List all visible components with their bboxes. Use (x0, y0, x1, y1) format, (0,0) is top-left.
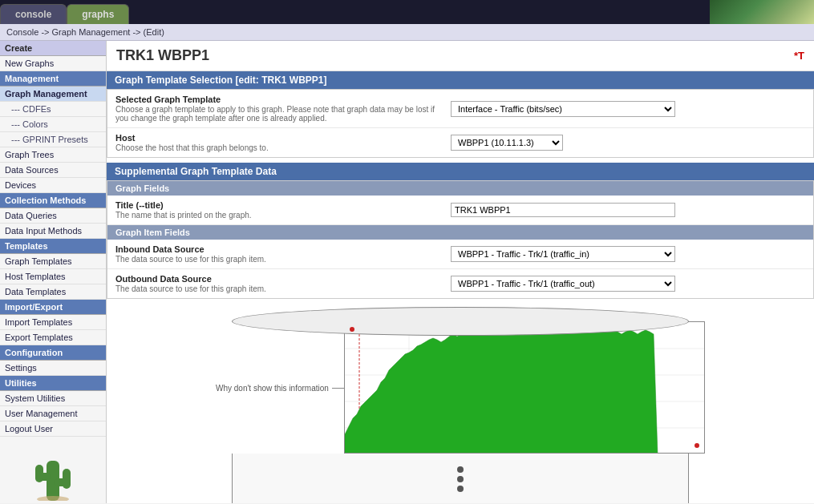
sidebar-create-header: Create (0, 41, 106, 56)
graph-legend-dot2 (457, 476, 464, 482)
supplemental-form: Graph Fields Title (--title) The name th… (107, 180, 814, 299)
main-content: TRK1 WBPP1 *T Graph Template Selection [… (107, 41, 814, 503)
graph-grid-svg (345, 322, 704, 453)
svg-point-5 (37, 496, 69, 501)
graph-dot-tl (350, 327, 354, 332)
cactus-icon (29, 445, 77, 501)
page-action-icon[interactable]: *T (794, 50, 804, 62)
inbound-input-cell: WBPP1 - Traffic - Trk/1 (traffic_in) (444, 243, 813, 265)
graph-legend-area (232, 454, 689, 503)
supplemental-section-header: Supplemental Graph Template Data (107, 163, 814, 180)
graph-template-select[interactable]: Interface - Traffic (bits/sec) (451, 101, 675, 117)
sidebar-item-user-management[interactable]: User Management (0, 406, 106, 421)
svg-rect-2 (35, 465, 43, 482)
title-label-cell: Title (--title) The name that is printed… (107, 196, 444, 224)
selected-graph-template-desc: Choose a graph template to apply to this… (115, 105, 436, 123)
legend-dot-3 (457, 486, 464, 492)
legend-dot-1 (457, 466, 464, 473)
graph-item-fields-header: Graph Item Fields (107, 225, 813, 240)
outbound-select[interactable]: WBPP1 - Traffic - Trk/1 (traffic_out) (451, 276, 675, 292)
host-desc: Choose the host that this graph belongs … (115, 143, 436, 152)
sidebar-item-import-templates[interactable]: Import Templates (0, 315, 106, 330)
sidebar-item-export-templates[interactable]: Export Templates (0, 330, 106, 345)
sidebar-item-data-templates[interactable]: Data Templates (0, 284, 106, 300)
graphs-tab[interactable]: graphs (67, 4, 129, 24)
title-desc: The name that is printed on the graph. (115, 211, 436, 220)
sidebar-import-header: Import/Export (0, 300, 106, 315)
sidebar-item-graph-templates[interactable]: Graph Templates (0, 254, 106, 269)
svg-rect-4 (63, 469, 71, 489)
graph-template-form: Selected Graph Template Choose a graph t… (107, 89, 814, 158)
inbound-row: Inbound Data Source The data source to u… (107, 240, 813, 269)
outbound-row: Outbound Data Source The data source to … (107, 269, 813, 298)
sidebar-utilities-header: Utilities (0, 376, 106, 391)
breadcrumb: Console -> Graph Management -> (Edit) (0, 24, 814, 41)
main-layout: Create New Graphs Management Graph Manag… (0, 41, 814, 503)
console-tab[interactable]: console (0, 4, 67, 24)
selected-graph-template-label: Selected Graph Template (115, 95, 436, 104)
title-input[interactable] (451, 203, 675, 217)
outbound-label-cell: Outbound Data Source The data source to … (107, 269, 444, 298)
host-label-cell: Host Choose the host that this graph bel… (107, 128, 444, 157)
graph-box (344, 321, 705, 454)
graph-dot-br (695, 443, 699, 448)
sidebar-config-header: Configuration (0, 345, 106, 361)
sidebar-item-gprint[interactable]: --- GPRINT Presets (0, 132, 106, 147)
title-input-cell (444, 200, 813, 220)
sidebar-item-graph-management[interactable]: Graph Management (0, 87, 106, 102)
svg-marker-15 (345, 329, 658, 453)
page-title-bar: TRK1 WBPP1 *T (107, 41, 814, 71)
cactus-logo-area (0, 437, 106, 503)
legend-dot-2 (457, 476, 464, 482)
sidebar-item-data-queries[interactable]: Data Queries (0, 208, 106, 224)
logo-decoration (710, 0, 814, 24)
sidebar-item-cdfes[interactable]: --- CDFEs (0, 102, 106, 117)
sidebar-item-devices[interactable]: Devices (0, 178, 106, 193)
host-input-cell: WBPP1 (10.11.1.3) (444, 131, 813, 154)
outbound-input-cell: WBPP1 - Traffic - Trk/1 (traffic_out) (444, 272, 813, 295)
inbound-desc: The data source to use for this graph it… (115, 255, 436, 264)
host-label: Host (115, 133, 436, 143)
title-label: Title (--title) (115, 200, 436, 210)
selected-graph-template-row: Selected Graph Template Choose a graph t… (107, 90, 813, 128)
inbound-label-cell: Inbound Data Source The data source to u… (107, 240, 444, 268)
why-text-line (332, 388, 344, 389)
sidebar-item-data-input[interactable]: Data Input Methods (0, 224, 106, 239)
graph-main-area: Why don't show this information (216, 336, 705, 454)
why-text-area: Why don't show this information (216, 336, 344, 393)
graph-container: Why don't show this information (107, 299, 814, 503)
why-text: Why don't show this information (216, 384, 329, 393)
inbound-label: Inbound Data Source (115, 244, 436, 254)
top-nav: console graphs (0, 0, 814, 24)
graph-template-section-header: Graph Template Selection [edit: TRK1 WBP… (107, 71, 814, 89)
graph-legend-dot3 (457, 486, 464, 492)
graph-legend-dot1 (457, 466, 464, 473)
sidebar-item-colors[interactable]: --- Colors (0, 117, 106, 132)
graph-fields-header: Graph Fields (107, 181, 813, 196)
graph-cylinder-top (232, 307, 689, 336)
title-row: Title (--title) The name that is printed… (107, 196, 813, 225)
sidebar-management-header: Management (0, 71, 106, 87)
sidebar-item-logout[interactable]: Logout User (0, 421, 106, 437)
outbound-label: Outbound Data Source (115, 274, 436, 284)
sidebar-item-graph-trees[interactable]: Graph Trees (0, 147, 106, 163)
sidebar: Create New Graphs Management Graph Manag… (0, 41, 107, 503)
page-title: TRK1 WBPP1 (116, 47, 209, 64)
sidebar-collection-header: Collection Methods (0, 193, 106, 208)
graph-wrapper: Why don't show this information (216, 307, 705, 503)
host-select[interactable]: WBPP1 (10.11.1.3) (451, 135, 563, 151)
inbound-select[interactable]: WBPP1 - Traffic - Trk/1 (traffic_in) (451, 246, 675, 262)
sidebar-item-settings[interactable]: Settings (0, 361, 106, 376)
host-row: Host Choose the host that this graph bel… (107, 128, 813, 157)
sidebar-item-new-graphs[interactable]: New Graphs (0, 56, 106, 71)
outbound-desc: The data source to use for this graph it… (115, 284, 436, 293)
selected-graph-template-label-cell: Selected Graph Template Choose a graph t… (107, 90, 444, 127)
selected-graph-template-input-cell: Interface - Traffic (bits/sec) (444, 98, 813, 120)
sidebar-item-host-templates[interactable]: Host Templates (0, 269, 106, 284)
sidebar-item-data-sources[interactable]: Data Sources (0, 163, 106, 178)
sidebar-item-system-utilities[interactable]: System Utilities (0, 391, 106, 406)
sidebar-templates-header: Templates (0, 239, 106, 254)
